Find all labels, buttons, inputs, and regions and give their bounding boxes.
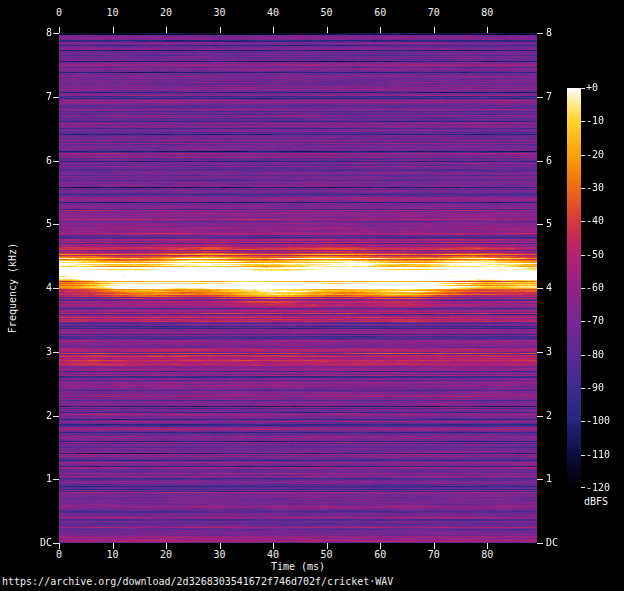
x-tick-label-bottom: 40 xyxy=(259,549,287,561)
y-tick-right xyxy=(537,224,543,225)
legend-tick-label: -20 xyxy=(586,149,620,161)
x-tick-label-top: 70 xyxy=(420,7,448,19)
x-tick-label-top: 50 xyxy=(313,7,341,19)
x-tick-label-top: 0 xyxy=(45,7,73,19)
legend-tick-label: -70 xyxy=(586,315,620,327)
y-tick-right xyxy=(537,543,543,544)
x-tick-label-top: 30 xyxy=(206,7,234,19)
x-tick-label-bottom: 20 xyxy=(152,549,180,561)
x-tick-label-bottom: 80 xyxy=(473,549,501,561)
source-url: https://archive.org/download/2d326830354… xyxy=(2,576,393,588)
y-tick-left xyxy=(53,224,59,225)
y-tick-label-right: 1 xyxy=(546,473,572,485)
y-tick-label-left: 3 xyxy=(28,346,52,358)
x-tick-top xyxy=(327,27,328,33)
y-tick-right xyxy=(537,479,543,480)
y-tick-label-right: 4 xyxy=(546,282,572,294)
y-axis-label: Frequency (kHz) xyxy=(7,188,21,388)
y-tick-left xyxy=(53,161,59,162)
legend-tick-label: -120 xyxy=(586,482,620,494)
x-tick-label-bottom: 50 xyxy=(313,549,341,561)
x-tick-top xyxy=(220,27,221,33)
y-tick-label-left: DC xyxy=(28,537,52,549)
legend-tick xyxy=(581,155,585,156)
legend-tick xyxy=(581,487,585,488)
spectrogram-window: Frequency (kHz) Time (ms) dBFS https://a… xyxy=(0,0,624,591)
y-tick-left xyxy=(53,416,59,417)
legend-tick xyxy=(581,388,585,389)
legend-tick-label: -110 xyxy=(586,449,620,461)
y-tick-label-left: 7 xyxy=(28,91,52,103)
x-tick-label-top: 10 xyxy=(99,7,127,19)
y-tick-left xyxy=(53,33,59,34)
x-tick-label-bottom: 60 xyxy=(366,549,394,561)
legend-unit-label: dBFS xyxy=(584,496,608,508)
y-tick-label-right: 8 xyxy=(546,27,572,39)
legend-tick-label: -80 xyxy=(586,349,620,361)
x-tick-top xyxy=(273,27,274,33)
legend-tick xyxy=(581,221,585,222)
y-tick-right xyxy=(537,161,543,162)
legend-tick xyxy=(581,121,585,122)
x-tick-top xyxy=(487,27,488,33)
y-tick-label-right: 7 xyxy=(546,91,572,103)
legend-tick xyxy=(581,421,585,422)
y-tick-right xyxy=(537,97,543,98)
legend-tick-label: -30 xyxy=(586,182,620,194)
x-tick-label-top: 20 xyxy=(152,7,180,19)
y-tick-left xyxy=(53,288,59,289)
y-tick-right xyxy=(537,416,543,417)
x-tick-label-top: 60 xyxy=(366,7,394,19)
x-axis-label: Time (ms) xyxy=(59,561,537,573)
legend-tick-label: -100 xyxy=(586,415,620,427)
y-tick-label-right: 3 xyxy=(546,346,572,358)
y-tick-label-left: 8 xyxy=(28,27,52,39)
legend-tick-label: -10 xyxy=(586,115,620,127)
legend-tick-label: +0 xyxy=(586,82,620,94)
legend-tick-label: -90 xyxy=(586,382,620,394)
y-tick-left xyxy=(53,97,59,98)
y-tick-label-left: 1 xyxy=(28,473,52,485)
x-tick-top xyxy=(59,27,60,33)
y-tick-right xyxy=(537,352,543,353)
legend-tick-label: -50 xyxy=(586,249,620,261)
y-tick-left xyxy=(53,352,59,353)
y-tick-left xyxy=(53,543,59,544)
y-tick-label-left: 2 xyxy=(28,410,52,422)
spectrogram-canvas xyxy=(59,33,537,543)
x-tick-label-top: 80 xyxy=(473,7,501,19)
x-tick-label-top: 40 xyxy=(259,7,287,19)
legend-tick xyxy=(581,321,585,322)
legend-tick xyxy=(581,355,585,356)
x-tick-label-bottom: 30 xyxy=(206,549,234,561)
x-tick-top xyxy=(380,27,381,33)
y-tick-label-left: 5 xyxy=(28,218,52,230)
y-tick-right xyxy=(537,33,543,34)
legend-tick xyxy=(581,188,585,189)
x-tick-label-bottom: 10 xyxy=(99,549,127,561)
x-tick-top xyxy=(166,27,167,33)
legend-tick xyxy=(581,88,585,89)
legend-tick-label: -40 xyxy=(586,215,620,227)
x-tick-label-bottom: 0 xyxy=(45,549,73,561)
y-tick-label-right: 5 xyxy=(546,218,572,230)
y-tick-right xyxy=(537,288,543,289)
y-tick-label-right: 6 xyxy=(546,155,572,167)
legend-tick-label: -60 xyxy=(586,282,620,294)
y-tick-label-left: 6 xyxy=(28,155,52,167)
x-tick-label-bottom: 70 xyxy=(420,549,448,561)
y-tick-label-left: 4 xyxy=(28,282,52,294)
x-tick-top xyxy=(113,27,114,33)
y-tick-label-right: 2 xyxy=(546,410,572,422)
legend-tick xyxy=(581,288,585,289)
legend-tick xyxy=(581,455,585,456)
legend-tick xyxy=(581,255,585,256)
y-tick-left xyxy=(53,479,59,480)
x-tick-top xyxy=(434,27,435,33)
y-tick-label-right: DC xyxy=(546,537,572,549)
